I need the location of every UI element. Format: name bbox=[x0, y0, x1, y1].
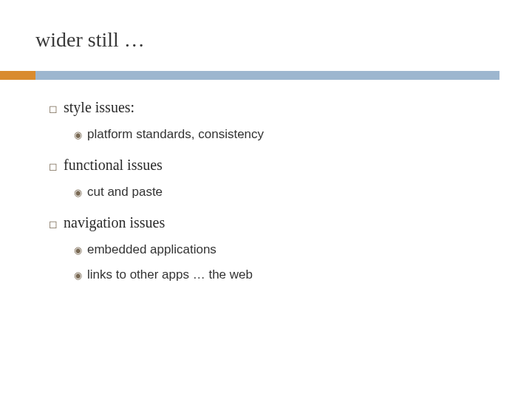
accent-orange bbox=[0, 71, 35, 80]
list-item: ◻ style issues: bbox=[49, 98, 499, 117]
target-bullet-icon: ◉ bbox=[74, 186, 87, 200]
list-item-text: navigation issues bbox=[64, 213, 165, 232]
slide-title: wider still … bbox=[35, 28, 145, 52]
list-item-text: functional issues bbox=[64, 155, 163, 174]
target-bullet-icon: ◉ bbox=[74, 244, 87, 257]
target-bullet-icon: ◉ bbox=[74, 269, 87, 282]
square-bullet-icon: ◻ bbox=[49, 100, 64, 117]
list-subitem-text: platform standards, consistency bbox=[87, 127, 264, 142]
list-subitem: ◉ cut and paste bbox=[74, 185, 499, 200]
list-subitem: ◉ links to other apps … the web bbox=[74, 267, 499, 282]
square-bullet-icon: ◻ bbox=[49, 216, 64, 232]
list-subitem-text: links to other apps … the web bbox=[87, 267, 253, 282]
list-item: ◻ navigation issues bbox=[49, 213, 499, 232]
list-item-text: style issues: bbox=[64, 98, 134, 117]
square-bullet-icon: ◻ bbox=[49, 158, 64, 174]
list-item: ◻ functional issues bbox=[49, 155, 499, 174]
list-subitem: ◉ embedded applications bbox=[74, 242, 499, 257]
target-bullet-icon: ◉ bbox=[74, 129, 87, 142]
slide: wider still … ◻ style issues: ◉ platform… bbox=[0, 0, 532, 399]
slide-body: ◻ style issues: ◉ platform standards, co… bbox=[49, 98, 499, 282]
list-subitem-text: cut and paste bbox=[87, 185, 163, 200]
divider-bar bbox=[0, 71, 532, 80]
list-subitem-text: embedded applications bbox=[87, 242, 216, 257]
accent-blue bbox=[35, 71, 499, 80]
list-subitem: ◉ platform standards, consistency bbox=[74, 127, 499, 142]
